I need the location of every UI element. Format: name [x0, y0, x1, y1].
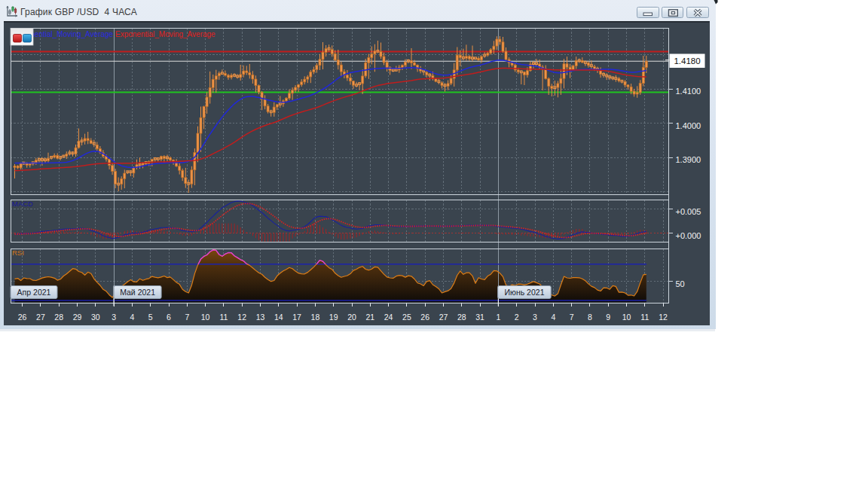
svg-text:26: 26	[420, 313, 429, 322]
svg-text:19: 19	[329, 313, 338, 322]
svg-text:31: 31	[475, 313, 484, 322]
svg-text:10: 10	[622, 313, 631, 322]
svg-text:18: 18	[311, 313, 320, 322]
svg-text:30: 30	[91, 313, 100, 322]
svg-text:12: 12	[237, 313, 246, 322]
svg-text:27: 27	[439, 313, 448, 322]
svg-text:5: 5	[148, 313, 153, 322]
svg-text:20: 20	[347, 313, 356, 322]
svg-text:14: 14	[274, 313, 283, 322]
svg-text:50: 50	[676, 279, 685, 288]
svg-text:Апр 2021: Апр 2021	[17, 288, 51, 297]
svg-text:7: 7	[185, 313, 189, 322]
svg-text:17: 17	[292, 313, 301, 322]
svg-text:1.4180: 1.4180	[674, 56, 700, 66]
svg-text:12: 12	[659, 313, 668, 322]
svg-text:1.3900: 1.3900	[676, 155, 701, 164]
svg-text:+0.005: +0.005	[676, 207, 701, 216]
svg-text:1: 1	[496, 313, 500, 322]
svg-text:1.4100: 1.4100	[676, 87, 701, 96]
svg-text:3: 3	[533, 313, 537, 322]
svg-text:26: 26	[18, 313, 27, 322]
svg-text:24: 24	[384, 313, 393, 322]
svg-text:MACD: MACD	[12, 200, 33, 208]
svg-text:25: 25	[402, 313, 411, 322]
svg-text:29: 29	[73, 313, 82, 322]
svg-text:28: 28	[54, 313, 63, 322]
svg-text:2: 2	[515, 313, 519, 322]
svg-text:RSI: RSI	[12, 249, 24, 257]
svg-text:8: 8	[588, 313, 592, 322]
svg-text:+0.000: +0.000	[676, 231, 701, 240]
svg-text:1.4000: 1.4000	[676, 121, 701, 130]
svg-text:7: 7	[570, 313, 574, 322]
svg-text:10: 10	[201, 313, 210, 322]
svg-text:4: 4	[130, 313, 134, 322]
svg-text:Exponential_Moving_Average: Exponential_Moving_Average	[115, 30, 215, 38]
svg-text:Май 2021: Май 2021	[120, 288, 155, 297]
svg-text:11: 11	[640, 313, 649, 322]
svg-text:13: 13	[256, 313, 265, 322]
svg-text:21: 21	[365, 313, 374, 322]
svg-text:6: 6	[167, 313, 171, 322]
svg-text:4: 4	[551, 313, 555, 322]
svg-text:9: 9	[606, 313, 610, 322]
svg-text:3: 3	[112, 313, 116, 322]
svg-text:28: 28	[457, 313, 466, 322]
svg-text:11: 11	[219, 313, 228, 322]
svg-text:27: 27	[36, 313, 45, 322]
svg-text:Июнь 2021: Июнь 2021	[505, 288, 545, 297]
